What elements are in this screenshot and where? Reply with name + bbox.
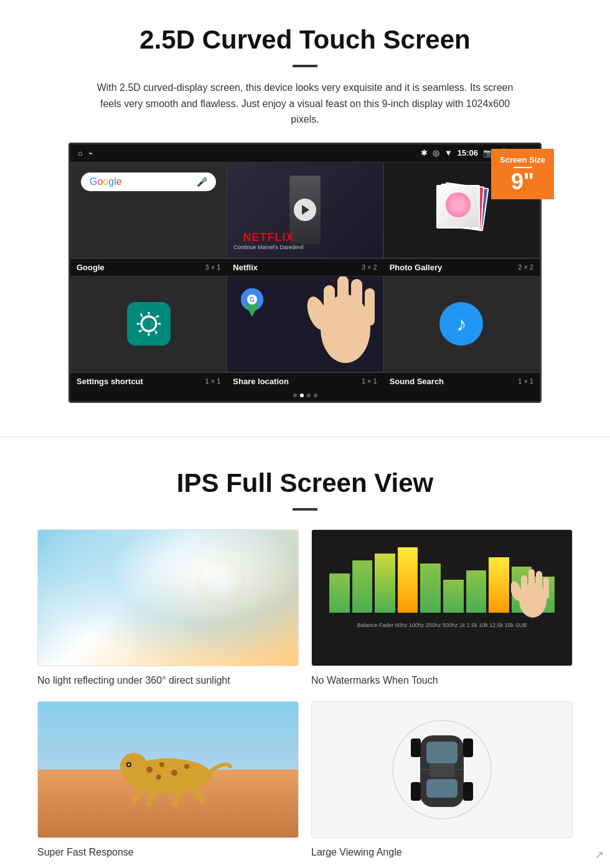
settings-app-cell[interactable]: [70, 276, 227, 372]
netflix-app-cell[interactable]: NETFLIX Continue Marvel's Daredevil: [227, 162, 383, 258]
share-location-cell[interactable]: G: [227, 276, 383, 372]
section1-divider: [293, 65, 317, 67]
svg-rect-17: [536, 571, 542, 599]
car-label: Large Viewing Angle: [311, 844, 573, 861]
svg-point-32: [128, 763, 130, 766]
location-icon: ◎: [433, 148, 439, 158]
svg-rect-41: [429, 763, 454, 777]
app-label-row-2: Settings shortcut 1 × 1 Share location 1…: [70, 372, 540, 390]
svg-rect-34: [426, 742, 458, 763]
eq-bar-6: [443, 580, 464, 613]
eq-bar-8: [489, 557, 509, 613]
eq-bar-3: [375, 554, 395, 613]
sunlight-image: [37, 529, 299, 666]
gallery-label-size: 2 × 2: [518, 263, 533, 271]
svg-rect-38: [463, 738, 473, 757]
gallery-stack: [436, 185, 486, 235]
amp-labels: Balance Fader 60hz 100hz 200hz 500hz 1k …: [317, 622, 567, 631]
svg-point-25: [184, 764, 189, 769]
sound-icon-wrap: ♪: [439, 302, 483, 346]
amplifier-image: Balance Fader 60hz 100hz 200hz 500hz 1k …: [311, 529, 573, 666]
google-logo: Google: [90, 176, 122, 187]
dot-1: [293, 394, 297, 397]
device-mockup: Screen Size 9" ⌂ ⌁ ✱ ◎ ▼: [62, 143, 548, 403]
netflix-label-size: 3 × 2: [362, 263, 377, 271]
wifi-icon: ▼: [444, 148, 453, 158]
maps-icon: G: [237, 286, 268, 320]
google-search-bar[interactable]: Google 🎤: [81, 172, 216, 191]
svg-point-26: [156, 775, 161, 780]
gallery-card-3: [436, 185, 480, 229]
play-triangle-icon: [302, 205, 309, 215]
netflix-subtitle-text: Continue Marvel's Daredevil: [233, 244, 303, 250]
section-curved-screen: 2.5D Curved Touch Screen With 2.5D curve…: [0, 0, 610, 418]
device-screen: ⌂ ⌁ ✱ ◎ ▼ 15:06 📷 🔊 ⊠ ▭: [68, 143, 542, 403]
status-bar: ⌂ ⌁ ✱ ◎ ▼ 15:06 📷 🔊 ⊠ ▭: [70, 144, 540, 162]
home-icon[interactable]: ⌂: [78, 149, 82, 158]
section-ips: IPS Full Screen View No light reflecting…: [0, 456, 610, 868]
netflix-brand-text: NETFLIX: [233, 231, 303, 244]
hand-svg: [305, 276, 383, 372]
settings-app-label: Settings shortcut 1 × 1: [70, 372, 227, 390]
google-app-label: Google 3 × 1: [70, 258, 227, 276]
svg-rect-12: [365, 288, 375, 326]
sound-search-cell[interactable]: ♪: [383, 276, 540, 372]
svg-rect-18: [543, 577, 549, 599]
svg-point-23: [159, 762, 164, 767]
sunlight-label: No light reflecting under 360° direct su…: [37, 672, 299, 689]
voice-search-icon[interactable]: 🎤: [197, 177, 207, 187]
app-grid-bottom: G: [70, 276, 540, 372]
sound-label-name: Sound Search: [390, 377, 444, 386]
badge-divider: [514, 167, 532, 168]
cheetah-visual: [38, 702, 298, 837]
features-grid: No light reflecting under 360° direct su…: [37, 529, 573, 861]
gear-icon: [136, 311, 162, 337]
cheetah-image: [37, 701, 299, 838]
svg-point-21: [120, 753, 148, 780]
amplifier-label: No Watermarks When Touch: [311, 672, 573, 689]
cheetah-label: Super Fast Response: [37, 844, 299, 861]
gallery-app-label: Photo Gallery 2 × 2: [383, 258, 540, 276]
flower-image: [446, 192, 471, 217]
netflix-label-name: Netflix: [233, 263, 258, 272]
share-label-name: Share location: [233, 377, 289, 386]
svg-rect-37: [411, 738, 421, 757]
section1-title: 2.5D Curved Touch Screen: [37, 25, 573, 55]
section-divider: [0, 436, 610, 437]
google-app-cell[interactable]: Google 🎤: [70, 162, 227, 258]
share-app-label: Share location 1 × 1: [227, 372, 383, 390]
sound-app-label: Sound Search 1 × 1: [383, 372, 540, 390]
svg-rect-15: [521, 575, 527, 601]
svg-point-2: [144, 320, 152, 328]
settings-icon-wrap: [127, 302, 171, 346]
settings-label-name: Settings shortcut: [77, 377, 143, 386]
car-visual: ↗: [312, 702, 572, 837]
usb-icon: ⌁: [88, 149, 93, 158]
svg-point-22: [146, 767, 152, 773]
google-label-size: 3 × 1: [205, 263, 221, 271]
feature-amplifier: Balance Fader 60hz 100hz 200hz 500hz 1k …: [311, 529, 573, 689]
svg-marker-5: [245, 303, 259, 317]
eq-bar-1: [329, 573, 350, 613]
svg-rect-35: [426, 779, 458, 798]
svg-text:G: G: [250, 296, 255, 303]
car-circle: [392, 720, 492, 819]
screen-dots: [70, 390, 540, 401]
screen-size-badge: Screen Size 9": [491, 149, 554, 199]
dot-3: [307, 394, 311, 397]
svg-rect-10: [337, 276, 349, 326]
eq-bar-5: [420, 564, 441, 613]
netflix-play-button[interactable]: [294, 199, 316, 221]
amplifier-visual: Balance Fader 60hz 100hz 200hz 500hz 1k …: [312, 530, 572, 666]
svg-rect-16: [528, 569, 535, 599]
sunlight-visual: [38, 530, 298, 666]
share-label-size: 1 × 1: [362, 377, 377, 385]
google-label-name: Google: [77, 263, 105, 272]
dot-4: [314, 394, 317, 397]
dot-2: [300, 394, 304, 397]
app-label-row-1: Google 3 × 1 Netflix 3 × 2 Photo Gallery…: [70, 258, 540, 276]
section2-title: IPS Full Screen View: [37, 468, 573, 498]
feature-cheetah: Super Fast Response: [37, 701, 299, 861]
app-grid-top: Google 🎤: [70, 162, 540, 258]
car-top-view-svg: [405, 720, 479, 819]
